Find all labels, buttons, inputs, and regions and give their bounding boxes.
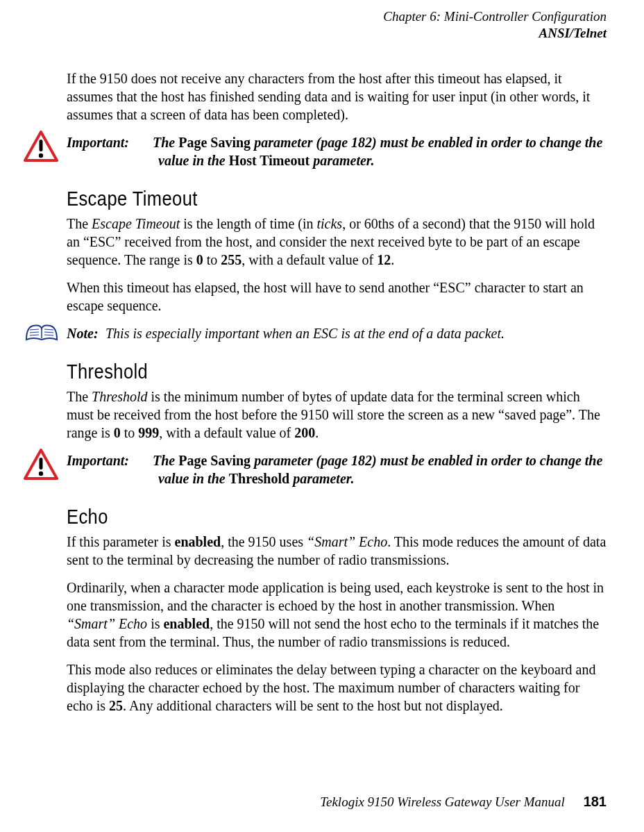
important-text-2: Important:The Page Saving parameter (pag… [158,451,607,488]
note-icon [24,319,60,345]
threshold-para: The Threshold is the minimum number of b… [67,388,607,442]
echo-heading: Echo [67,503,525,530]
svg-point-12 [39,471,43,475]
echo-para-1: If this parameter is enabled, the 9150 u… [67,533,607,569]
important-callout-2: Important:The Page Saving parameter (pag… [67,451,607,488]
note-callout: Note:This is especially important when a… [67,324,607,342]
page-footer: Teklogix 9150 Wireless Gateway User Manu… [320,792,607,811]
intro-paragraph: If the 9150 does not receive any charact… [67,69,607,124]
important-icon [24,449,60,481]
echo-para-2: Ordinarily, when a character mode applic… [67,579,607,651]
page-header: Chapter 6: Mini-Controller Configuration… [37,8,607,42]
book-title: Teklogix 9150 Wireless Gateway User Manu… [320,794,565,809]
svg-point-2 [39,153,43,157]
echo-para-3: This mode also reduces or eliminates the… [67,660,607,715]
important-callout-1: Important:The Page Saving parameter (pag… [67,133,607,169]
important-icon [24,131,60,163]
important-text-1: Important:The Page Saving parameter (pag… [158,133,607,169]
chapter-title: Chapter 6: Mini-Controller Configuration [37,8,607,25]
note-text: Note:This is especially important when a… [67,324,607,342]
escape-para-1: The Escape Timeout is the length of time… [67,215,607,269]
escape-timeout-heading: Escape Timeout [67,185,525,212]
threshold-heading: Threshold [67,358,525,385]
page-number: 181 [584,794,607,809]
escape-para-2: When this timeout has elapsed, the host … [67,278,607,315]
section-title: ANSI/Telnet [37,25,607,42]
svg-rect-11 [40,458,43,469]
svg-rect-1 [40,140,43,151]
